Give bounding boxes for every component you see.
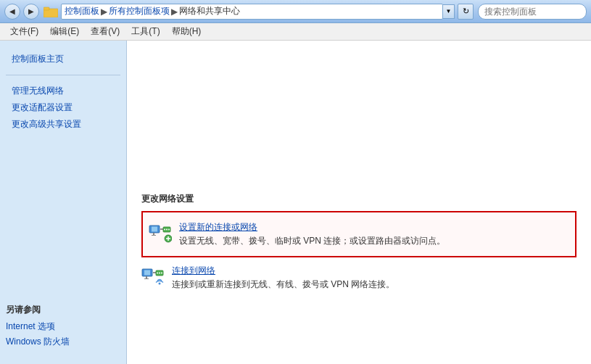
setup-text: 设置新的连接或网络 设置无线、宽带、拨号、临时或 VPN 连接；或设置路由器或访… — [179, 221, 445, 247]
svg-point-20 — [157, 273, 158, 274]
svg-rect-4 — [153, 233, 154, 235]
titlebar: ◀ ▶ 控制面板 ▶ 所有控制面板项 ▶ 网络和共享中心 ▼ ↻ — [0, 0, 591, 23]
svg-point-9 — [166, 229, 168, 231]
menu-file[interactable]: 文件(F) — [4, 24, 44, 39]
connect-icon-container — [141, 265, 165, 288]
setup-new-connection-item: 设置新的连接或网络 设置无线、宽带、拨号、临时或 VPN 连接；或设置路由器或访… — [149, 218, 569, 250]
setup-title[interactable]: 设置新的连接或网络 — [179, 221, 445, 233]
also-see-firewall[interactable]: Windows 防火墙 — [6, 334, 70, 349]
nav-buttons: ◀ ▶ — [4, 4, 39, 20]
svg-point-10 — [168, 229, 170, 231]
menubar: 文件(F) 编辑(E) 查看(V) 工具(T) 帮助(H) — [0, 23, 591, 41]
sidebar-links-section: 管理无线网络 更改适配器设置 更改高级共享设置 — [0, 80, 126, 136]
refresh-button[interactable]: ↻ — [458, 4, 474, 20]
highlighted-box: 设置新的连接或网络 设置无线、宽带、拨号、临时或 VPN 连接；或设置路由器或访… — [141, 211, 576, 257]
svg-rect-5 — [152, 235, 156, 236]
also-see-section: 另请参阅 Internet 选项 Windows 防火墙 — [6, 304, 70, 349]
svg-rect-15 — [144, 270, 150, 276]
connect-description: 连接到或重新连接到无线、有线、拨号或 VPN 网络连接。 — [172, 278, 394, 291]
svg-point-8 — [164, 229, 165, 231]
content-area: 更改网络设置 — [127, 41, 591, 364]
svg-rect-3 — [152, 227, 157, 232]
breadcrumb-sep1: ▶ — [101, 7, 107, 17]
svg-rect-1 — [44, 7, 49, 10]
menu-view[interactable]: 查看(V) — [85, 24, 125, 39]
svg-point-23 — [159, 283, 161, 285]
connect-network-icon — [141, 265, 165, 288]
refresh-icon: ↻ — [463, 7, 469, 16]
svg-point-21 — [159, 273, 160, 274]
setup-network-icon — [149, 221, 172, 244]
sidebar-main-section: 控制面板主页 — [0, 48, 126, 70]
breadcrumb-bar: 控制面板 ▶ 所有控制面板项 ▶ 网络和共享中心 — [61, 4, 443, 20]
svg-point-22 — [161, 273, 162, 274]
sidebar-link-adapter[interactable]: 更改适配器设置 — [6, 99, 120, 116]
menu-tools[interactable]: 工具(T) — [125, 24, 165, 39]
menu-edit[interactable]: 编辑(E) — [44, 24, 85, 39]
connect-title[interactable]: 连接到网络 — [172, 265, 394, 277]
breadcrumb-current: 网络和共享中心 — [179, 5, 240, 17]
sidebar-link-sharing[interactable]: 更改高级共享设置 — [6, 116, 120, 133]
sidebar-link-wireless[interactable]: 管理无线网络 — [6, 83, 120, 99]
svg-rect-17 — [144, 278, 149, 279]
sidebar-link-home[interactable]: 控制面板主页 — [6, 51, 120, 67]
breadcrumb-level1[interactable]: 所有控制面板项 — [109, 5, 170, 17]
back-icon: ◀ — [9, 7, 15, 15]
sidebar-divider — [6, 75, 120, 75]
folder-icon — [44, 6, 58, 17]
setup-icon-container — [149, 221, 172, 244]
connect-to-network-item: 连接到网络 连接到或重新连接到无线、有线、拨号或 VPN 网络连接。 — [141, 260, 576, 295]
connect-text: 连接到网络 连接到或重新连接到无线、有线、拨号或 VPN 网络连接。 — [172, 265, 394, 291]
also-see-internet[interactable]: Internet 选项 — [6, 319, 70, 334]
forward-icon: ▶ — [28, 7, 34, 15]
forward-button[interactable]: ▶ — [23, 4, 39, 20]
breadcrumb-root[interactable]: 控制面板 — [65, 5, 99, 17]
section-title: 更改网络设置 — [141, 193, 576, 205]
menu-help[interactable]: 帮助(H) — [166, 24, 207, 39]
search-input[interactable] — [478, 4, 587, 20]
back-button[interactable]: ◀ — [4, 4, 20, 20]
network-settings-section: 更改网络设置 — [141, 193, 576, 295]
svg-rect-16 — [146, 276, 147, 278]
also-see-title: 另请参阅 — [6, 304, 70, 316]
sidebar: 控制面板主页 管理无线网络 更改适配器设置 更改高级共享设置 另请参阅 Inte… — [0, 41, 127, 364]
breadcrumb-dropdown-button[interactable]: ▼ — [443, 4, 455, 19]
setup-description: 设置无线、宽带、拨号、临时或 VPN 连接；或设置路由器或访问点。 — [179, 235, 445, 247]
breadcrumb-sep2: ▶ — [171, 7, 178, 17]
main-container: 控制面板主页 管理无线网络 更改适配器设置 更改高级共享设置 另请参阅 Inte… — [0, 41, 591, 364]
